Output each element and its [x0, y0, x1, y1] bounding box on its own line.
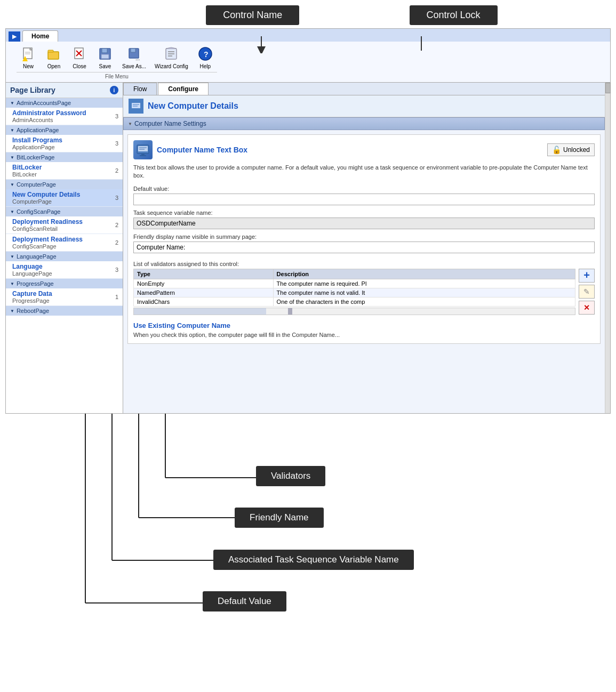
sidebar-item-language[interactable]: Language LanguagePage 3	[6, 261, 123, 279]
svg-rect-7	[48, 52, 59, 59]
new-button[interactable]: New	[17, 44, 40, 70]
page-title-icon	[129, 99, 143, 114]
sidebar-group-ProgressPage[interactable]: ▼ ProgressPage	[6, 279, 123, 288]
tab-flow[interactable]: Flow	[123, 83, 157, 95]
friendly-name-annotation: Friendly Name	[235, 508, 324, 528]
validators-table-wrap: Type Description NonEmp	[133, 269, 575, 315]
lock-badge[interactable]: 🔓 Unlocked	[547, 143, 595, 156]
use-existing-desc: When you check this option, the computer…	[133, 332, 595, 338]
sidebar-item-deployment-readiness-1[interactable]: Deployment Readiness ConfigScanRetail 2	[6, 216, 123, 234]
collapse-icon: ▼	[10, 210, 14, 214]
table-row[interactable]: InvalidChars One of the characters in th…	[134, 297, 575, 306]
collapse-icon: ▼	[10, 254, 14, 259]
svg-rect-8	[48, 50, 53, 52]
right-scrollbar[interactable]	[605, 83, 610, 413]
svg-rect-29	[138, 146, 148, 151]
sidebar-group-AdminAccountsPage[interactable]: ▼ AdminAccountsPage	[6, 98, 123, 108]
sidebar-item-admin-password[interactable]: Administrator Password AdminAccounts 3	[6, 108, 123, 125]
sidebar-group-ConfigScanPage[interactable]: ▼ ConfigScanPage	[6, 207, 123, 216]
sidebar: Page Library i ▼ AdminAccountsPage Admin…	[6, 83, 123, 413]
sidebar-item-capture-data[interactable]: Capture Data ProgressPage 1	[6, 288, 123, 306]
default-value-label: Default value:	[133, 186, 595, 192]
collapse-icon: ▼	[10, 155, 14, 160]
control-lock-annotation: Control Lock	[410, 5, 498, 25]
ribbon-content: New Open Close	[6, 42, 610, 82]
wizard-config-button[interactable]: Wizard Config	[151, 44, 191, 70]
ribbon: ▶ Home New Op	[6, 29, 610, 83]
collapse-icon: ▼	[10, 101, 14, 106]
validators-row: Type Description NonEmp	[133, 269, 595, 315]
sidebar-item-bitlocker[interactable]: BitLocker BitLocker 2	[6, 162, 123, 180]
help-icon: ?	[197, 45, 214, 62]
svg-text:...: ...	[135, 55, 140, 61]
svg-rect-14	[101, 54, 109, 59]
collapse-icon: ▼	[10, 128, 14, 133]
table-row[interactable]: NonEmpty The computer name is required. …	[134, 279, 575, 288]
tab-home[interactable]: Home	[22, 30, 58, 42]
save-as-icon: ...	[126, 45, 143, 62]
section-header: ▼ Computer Name Settings	[123, 117, 605, 130]
table-row[interactable]: NamedPattern The computer name is not va…	[134, 288, 575, 297]
help-button[interactable]: ? Help	[194, 44, 217, 70]
sidebar-group-BitLockerPage[interactable]: ▼ BitLockerPage	[6, 152, 123, 162]
task-seq-annotation: Associated Task Sequence Variable Name	[213, 550, 414, 570]
control-name-annotation: Control Name	[206, 5, 299, 25]
sidebar-item-install-programs[interactable]: Install Programs ApplicationPage 3	[6, 135, 123, 152]
control-card-header: Computer Name Text Box 🔓 Unlocked	[133, 140, 595, 159]
collapse-icon: ▼	[10, 182, 14, 187]
add-validator-button[interactable]: +	[579, 269, 595, 283]
main-layout: Page Library i ▼ AdminAccountsPage Admin…	[6, 83, 610, 413]
svg-rect-33	[140, 155, 146, 156]
delete-validator-button[interactable]: ✕	[579, 301, 595, 315]
wizard-config-icon	[163, 45, 180, 62]
save-button[interactable]: Save	[93, 44, 117, 70]
ribbon-buttons: New Open Close	[17, 44, 217, 70]
sidebar-group-LanguagePage[interactable]: ▼ LanguagePage	[6, 252, 123, 261]
validators-col-type: Type	[134, 269, 274, 279]
app-container: ▶ Home New Op	[5, 28, 611, 414]
ribbon-tabs: ▶ Home	[6, 29, 610, 42]
validators-label: List of validators assigned to this cont…	[133, 261, 595, 267]
control-card: Computer Name Text Box 🔓 Unlocked This t…	[127, 134, 601, 344]
svg-rect-16	[131, 49, 135, 52]
close-icon	[71, 45, 88, 62]
sidebar-item-deployment-readiness-2[interactable]: Deployment Readiness ConfigScanPage 2	[6, 234, 123, 252]
close-button[interactable]: Close	[68, 44, 91, 70]
friendly-name-input[interactable]	[133, 242, 595, 253]
svg-rect-25	[132, 103, 140, 108]
info-icon[interactable]: i	[110, 86, 118, 94]
section-collapse-button[interactable]: ▼	[128, 122, 132, 126]
sidebar-group-ComputerPage[interactable]: ▼ ComputerPage	[6, 180, 123, 189]
open-icon	[45, 45, 62, 62]
lock-icon: 🔓	[552, 146, 561, 154]
sidebar-header: Page Library i	[6, 83, 123, 98]
collapse-icon: ▼	[10, 309, 14, 313]
control-description: This text box allows the user to provide…	[133, 164, 595, 180]
edit-validator-button[interactable]: ✎	[579, 285, 595, 299]
control-card-title-area: Computer Name Text Box	[133, 140, 247, 159]
svg-rect-32	[141, 154, 145, 155]
default-value-annotation: Default Value	[203, 591, 286, 611]
validator-buttons: + ✎ ✕	[579, 269, 595, 315]
sidebar-group-ApplicationPage[interactable]: ▼ ApplicationPage	[6, 125, 123, 135]
tab-configure[interactable]: Configure	[158, 83, 209, 95]
sidebar-group-RebootPage[interactable]: ▼ RebootPage	[6, 306, 123, 316]
task-seq-label: Task sequence variable name:	[133, 210, 595, 216]
sidebar-item-new-computer-details[interactable]: New Computer Details ComputerPage 3	[6, 189, 123, 207]
use-existing-title: Use Existing Computer Name	[133, 321, 595, 329]
friendly-name-label: Friendly display name visible in summary…	[133, 234, 595, 240]
save-icon	[97, 45, 114, 62]
task-seq-input	[133, 218, 595, 229]
validators-table: Type Description NonEmp	[133, 269, 575, 307]
save-as-button[interactable]: ... Save As...	[119, 44, 149, 70]
bottom-annotations-area: Validators Friendly Name Associated Task…	[0, 414, 616, 638]
app-menu-button[interactable]: ▶	[9, 31, 20, 42]
page-title-bar: New Computer Details	[123, 95, 605, 117]
default-value-input[interactable]	[133, 194, 595, 205]
ribbon-group-file: New Open Close	[11, 44, 222, 79]
content-tabs: Flow Configure	[123, 83, 605, 95]
svg-text:?: ?	[204, 50, 209, 59]
use-existing-section: Use Existing Computer Name When you chec…	[133, 321, 595, 338]
validators-annotation: Validators	[256, 466, 325, 486]
open-button[interactable]: Open	[42, 44, 66, 70]
